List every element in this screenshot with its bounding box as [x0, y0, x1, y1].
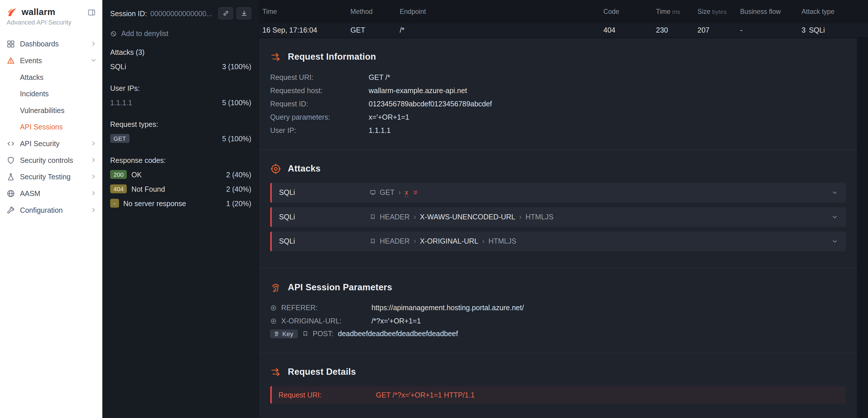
col-business-flow: Business flow — [740, 7, 801, 15]
malicious-request-row: Request URI: GET /*?x='+OR+1=1 HTTP/1.1 — [270, 386, 846, 404]
user-ip-label: 1.1.1.1 — [110, 98, 132, 107]
attack-source: HEADER — [380, 237, 410, 245]
attacks-heading: Attacks (3) — [110, 48, 251, 57]
cell-endpoint: /* — [400, 26, 603, 34]
add-to-denylist-button[interactable]: Add to denylist — [110, 29, 251, 38]
response-code-stat-row[interactable]: 200 OK 2 (40%) — [110, 167, 251, 182]
request-information-section: Request Information Request URI:GET /* R… — [259, 38, 857, 149]
info-row: Request ID:0123456789abcdef0123456789abc… — [270, 97, 846, 111]
wrench-icon — [7, 206, 15, 214]
sidebar-nav: Dashboards Events Attacks Incidents Vuln… — [0, 31, 102, 218]
attack-point: HEADER › X-ORIGINAL-URL › HTMLJS — [370, 237, 517, 245]
banner-icon — [302, 331, 308, 337]
section-title: Request Information — [288, 52, 376, 62]
sidebar-item-security-testing[interactable]: Security Testing — [0, 168, 102, 185]
attack-detector: HTMLJS — [525, 213, 553, 221]
sidebar-item-configuration[interactable]: Configuration — [0, 202, 102, 218]
info-value: 0123456789abcdef0123456789abcdef — [369, 100, 846, 108]
sidebar-item-attacks[interactable]: Attacks — [0, 69, 102, 85]
attack-row[interactable]: SQLi HEADER › X-WAWS-UNENCODED-URL › HTM… — [270, 207, 846, 227]
col-size-unit: bytes — [712, 8, 727, 15]
info-value: x='+OR+1=1 — [369, 113, 846, 121]
attacks-section: Attacks SQLi GET › x SQLi — [259, 150, 857, 268]
attack-type-label: SQLi — [279, 237, 370, 245]
arrows-icon — [270, 51, 281, 62]
response-code-stat-row[interactable]: 404 Not Found 2 (40%) — [110, 182, 251, 196]
wallarm-logo-icon — [7, 7, 18, 18]
info-row: User IP:1.1.1.1 — [270, 124, 846, 137]
denylist-label: Add to denylist — [121, 29, 168, 38]
attack-row[interactable]: SQLi GET › x — [270, 182, 846, 202]
main-content: Time Method Endpoint Code Timems Sizebyt… — [259, 0, 868, 418]
method-badge: GET — [110, 134, 129, 143]
param-value: /*?x='+OR+1=1 — [371, 317, 421, 325]
sidebar-item-label: Vulnerabilities — [20, 106, 65, 115]
api-session-parameters-section: API Session Parameters REFERER: https://… — [259, 268, 857, 353]
attack-type-label: SQLi — [279, 213, 370, 221]
info-label: Request URI: — [270, 73, 369, 82]
expand-chevron-icon[interactable] — [831, 238, 838, 244]
sidebar-item-api-sessions[interactable]: API Sessions — [0, 118, 102, 135]
request-table-row[interactable]: 16 Sep, 17:16:04 GET /* 404 230 207 - 3 … — [259, 23, 868, 37]
session-summary-panel: Session ID: 00000000000000... Add to den… — [102, 0, 259, 418]
session-param-row: REFERER: https://apimanagement.hosting.p… — [270, 301, 846, 314]
attack-param[interactable]: x — [405, 188, 408, 197]
request-detail-panel: Request Information Request URI:GET /* R… — [259, 38, 857, 418]
status-badge-200: 200 — [110, 170, 127, 179]
attack-point: GET › x — [370, 188, 418, 197]
fingerprint-icon — [270, 282, 281, 293]
col-code: Code — [603, 7, 656, 15]
sidebar-item-aasm[interactable]: AASM — [0, 185, 102, 202]
cell-time: 16 Sep, 17:16:04 — [262, 26, 350, 34]
monitor-icon — [370, 189, 376, 196]
attack-row[interactable]: SQLi HEADER › X-ORIGINAL-URL › HTMLJS — [270, 231, 846, 251]
sidebar-item-label: API Security — [20, 139, 59, 148]
plus-circle-icon[interactable] — [270, 318, 277, 324]
copy-link-button[interactable] — [218, 7, 233, 19]
brand-subtitle: Advanced API Security — [0, 19, 102, 31]
plus-circle-icon[interactable] — [270, 304, 277, 311]
response-code-stat-row[interactable]: - No server response 1 (20%) — [110, 196, 251, 210]
sidebar-item-events[interactable]: Events — [0, 52, 102, 69]
user-ips-heading: User IPs: — [110, 84, 251, 93]
info-row: Request URI:GET /* — [270, 71, 846, 84]
info-value: GET /* — [369, 73, 846, 82]
sidebar-item-security-controls[interactable]: Security controls — [0, 152, 102, 168]
sidebar-collapse-icon[interactable] — [88, 8, 96, 17]
sidebar-item-label: Attacks — [20, 73, 43, 81]
status-stat-value: 1 (20%) — [226, 199, 251, 208]
shield-icon — [7, 156, 15, 164]
sidebar-item-incidents[interactable]: Incidents — [0, 85, 102, 102]
chevron-right-icon — [90, 173, 97, 180]
app: wallarm Advanced API Security Dashboards… — [0, 0, 868, 418]
user-ip-stat-value: 5 (100%) — [222, 98, 251, 107]
chevron-right-icon — [90, 190, 97, 197]
key-param-value: deadbeefdeadbeefdeadbeefdeadbeef — [338, 329, 458, 338]
separator: › — [413, 237, 416, 245]
sidebar-item-label: Security controls — [20, 156, 73, 164]
expand-chevron-icon[interactable] — [831, 214, 838, 220]
sidebar-item-vulnerabilities[interactable]: Vulnerabilities — [0, 102, 102, 118]
sidebar-item-api-security[interactable]: API Security — [0, 135, 102, 152]
attack-type-label: SQLi — [110, 62, 126, 71]
attack-type-label: SQLi — [279, 188, 370, 197]
info-label: User IP: — [270, 126, 369, 135]
request-type-stat-row[interactable]: GET 5 (100%) — [110, 131, 251, 146]
section-title: Request Details — [288, 367, 356, 377]
request-details-section: Request Details Request URI: GET /*?x='+… — [259, 353, 857, 418]
download-button[interactable] — [236, 7, 251, 19]
attack-point: HEADER › X-WAWS-UNENCODED-URL › HTMLJS — [370, 213, 553, 221]
detail-label: Request URI: — [278, 391, 376, 399]
attack-stat-value: 3 (100%) — [222, 62, 251, 71]
user-ip-stat-row[interactable]: 1.1.1.1 5 (100%) — [110, 95, 251, 110]
chevron-down-icon — [90, 57, 97, 64]
sidebar-item-label: Configuration — [20, 206, 63, 214]
attack-stat-row[interactable]: SQLi 3 (100%) — [110, 59, 251, 74]
chevron-right-icon — [90, 206, 97, 213]
globe-icon — [7, 189, 15, 198]
attack-param: X-WAWS-UNENCODED-URL — [420, 213, 515, 221]
status-label: Not Found — [131, 185, 165, 193]
sidebar-item-dashboards[interactable]: Dashboards — [0, 35, 102, 52]
expand-chevron-icon[interactable] — [831, 189, 838, 196]
col-duration: Timems — [656, 7, 698, 15]
